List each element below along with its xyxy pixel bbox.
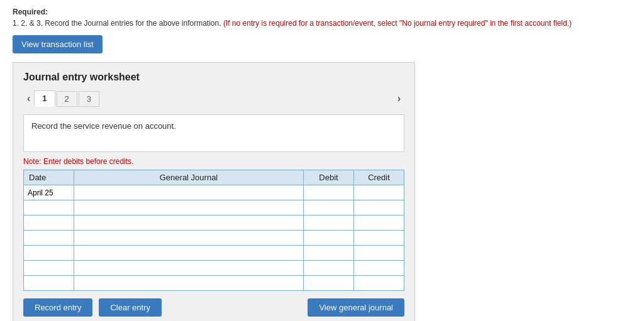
cell-journal <box>74 231 304 246</box>
journal-entry-worksheet: Journal entry worksheet ‹ 1 2 3 › Record… <box>13 62 415 321</box>
col-header-journal: General Journal <box>74 170 304 185</box>
input-credit[interactable] <box>354 276 404 290</box>
input-debit[interactable] <box>304 200 353 215</box>
required-instruction: Required: 1. 2. & 3. Record the Journal … <box>13 6 631 29</box>
input-journal[interactable] <box>74 276 303 290</box>
table-row <box>24 276 404 291</box>
cell-credit <box>354 276 404 291</box>
input-credit[interactable] <box>354 231 404 245</box>
cell-journal <box>74 246 304 261</box>
input-date[interactable] <box>24 231 74 245</box>
worksheet-title: Journal entry worksheet <box>23 72 404 83</box>
table-row <box>24 215 404 231</box>
cell-journal <box>74 185 304 200</box>
cell-journal <box>74 215 304 231</box>
input-journal[interactable] <box>74 215 303 230</box>
journal-table: Date General Journal Debit Credit <box>23 170 404 291</box>
input-credit[interactable] <box>354 261 404 275</box>
table-row <box>24 231 404 246</box>
cell-date <box>24 276 74 291</box>
input-credit[interactable] <box>354 215 404 230</box>
cell-credit <box>354 215 404 231</box>
clear-entry-button[interactable]: Clear entry <box>99 298 162 317</box>
col-header-credit: Credit <box>354 170 404 185</box>
col-header-date: Date <box>24 170 74 185</box>
cell-credit <box>354 246 404 261</box>
input-debit[interactable] <box>304 185 353 200</box>
input-journal[interactable] <box>74 231 303 245</box>
input-date[interactable] <box>24 185 74 200</box>
cell-debit <box>304 200 354 215</box>
action-buttons-row: Record entry Clear entry View general jo… <box>23 298 404 317</box>
cell-date <box>24 185 74 200</box>
input-credit[interactable] <box>354 246 404 260</box>
cell-date <box>24 200 74 215</box>
input-debit[interactable] <box>304 215 353 230</box>
table-row <box>24 246 404 261</box>
input-debit[interactable] <box>304 231 353 245</box>
note-text: Note: Enter debits before credits. <box>23 157 404 166</box>
input-date[interactable] <box>24 200 74 215</box>
cell-journal <box>74 200 304 215</box>
input-date[interactable] <box>24 261 74 275</box>
cell-journal <box>74 276 304 291</box>
cell-debit <box>304 185 354 200</box>
tab-next-arrow[interactable]: › <box>394 92 404 106</box>
cell-debit <box>304 231 354 246</box>
description-text: Record the service revenue on account. <box>31 121 176 131</box>
cell-date <box>24 231 74 246</box>
input-debit[interactable] <box>304 276 353 290</box>
cell-credit <box>354 200 404 215</box>
cell-date <box>24 261 74 276</box>
input-journal[interactable] <box>74 200 303 215</box>
cell-debit <box>304 276 354 291</box>
view-transaction-list-button[interactable]: View transaction list <box>13 35 103 53</box>
cell-date <box>24 246 74 261</box>
input-debit[interactable] <box>304 261 353 275</box>
input-credit[interactable] <box>354 185 404 200</box>
tab-prev-arrow[interactable]: ‹ <box>23 92 34 106</box>
record-entry-button[interactable]: Record entry <box>23 298 92 317</box>
table-row <box>24 261 404 276</box>
cell-credit <box>354 231 404 246</box>
input-date[interactable] <box>24 246 74 260</box>
cell-credit <box>354 185 404 200</box>
tabs-row: ‹ 1 2 3 › <box>23 90 404 107</box>
input-debit[interactable] <box>304 246 353 260</box>
tab-3[interactable]: 3 <box>79 91 99 107</box>
input-journal[interactable] <box>74 246 303 260</box>
description-box: Record the service revenue on account. <box>23 114 404 152</box>
input-journal[interactable] <box>74 261 303 275</box>
input-date[interactable] <box>24 276 74 290</box>
cell-debit <box>304 261 354 276</box>
table-row <box>24 200 404 215</box>
col-header-debit: Debit <box>304 170 354 185</box>
cell-credit <box>354 261 404 276</box>
cell-journal <box>74 261 304 276</box>
input-date[interactable] <box>24 215 74 230</box>
cell-debit <box>304 215 354 231</box>
table-row <box>24 185 404 200</box>
input-credit[interactable] <box>354 200 404 215</box>
input-journal[interactable] <box>74 185 303 200</box>
cell-date <box>24 215 74 231</box>
tab-1[interactable]: 1 <box>34 90 55 107</box>
cell-debit <box>304 246 354 261</box>
view-general-journal-button[interactable]: View general journal <box>308 298 404 317</box>
tab-2[interactable]: 2 <box>57 91 77 107</box>
